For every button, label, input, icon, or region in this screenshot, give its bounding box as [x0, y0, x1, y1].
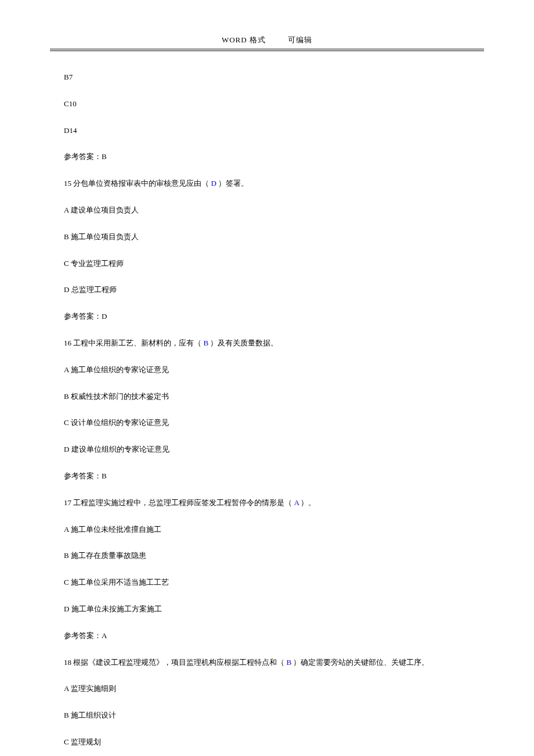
q15-text-before: 15 分包单位资格报审表中的审核意见应由（ — [64, 179, 211, 188]
q16-option-d: D 建设单位组织的专家论证意见 — [64, 444, 470, 456]
q18-option-c: C 监理规划 — [64, 736, 470, 748]
question-17: 17 工程监理实施过程中，总监理工程师应签发工程暂停令的情形是（ A ）。 — [64, 497, 470, 509]
option-b7: B7 — [64, 71, 470, 84]
answer-14: 参考答案：B — [64, 151, 470, 163]
q18-option-b: B 施工组织设计 — [64, 710, 470, 722]
answer-16: 参考答案：B — [64, 470, 470, 483]
q16-option-b: B 权威性技术部门的技术鉴定书 — [64, 391, 470, 403]
question-15: 15 分包单位资格报审表中的审核意见应由（ D ）签署。 — [64, 178, 470, 190]
q16-text-before: 16 工程中采用新工艺、新材料的，应有（ — [64, 339, 204, 347]
document-body: B7 C10 D14 参考答案：B 15 分包单位资格报审表中的审核意见应由（ … — [0, 51, 534, 756]
q16-option-a: A 施工单位组织的专家论证意见 — [64, 364, 470, 376]
q16-answer-letter: B — [204, 339, 209, 347]
question-16: 16 工程中采用新工艺、新材料的，应有（ B ）及有关质量数据。 — [64, 337, 470, 350]
option-d14: D14 — [64, 125, 470, 137]
q15-option-a: A 建设单位项目负责人 — [64, 204, 470, 217]
q18-text-after: ）确定需要旁站的关键部位、关键工序。 — [291, 658, 429, 667]
q15-answer-letter: D — [211, 179, 217, 188]
question-18: 18 根据《建设工程监理规范》，项目监理机构应根据工程特点和（ B ）确定需要旁… — [64, 657, 470, 669]
q18-answer-letter: B — [287, 658, 292, 667]
q15-option-d: D 总监理工程师 — [64, 284, 470, 296]
header-left: WORD 格式 — [222, 35, 266, 44]
q16-option-c: C 设计单位组织的专家论证意见 — [64, 417, 470, 429]
q17-text-before: 17 工程监理实施过程中，总监理工程师应签发工程暂停令的情形是（ — [64, 498, 294, 507]
q17-option-d: D 施工单位未按施工方案施工 — [64, 603, 470, 615]
q18-text-before: 18 根据《建设工程监理规范》，项目监理机构应根据工程特点和（ — [64, 658, 287, 667]
answer-17: 参考答案：A — [64, 630, 470, 642]
q17-option-c: C 施工单位采用不适当施工工艺 — [64, 577, 470, 589]
q18-option-a: A 监理实施细则 — [64, 683, 470, 695]
q17-answer-letter: A — [294, 498, 300, 507]
q17-text-after: ）。 — [299, 498, 316, 507]
option-c10: C10 — [64, 98, 470, 110]
q17-option-b: B 施工存在质量事故隐患 — [64, 550, 470, 562]
q15-option-c: C 专业监理工程师 — [64, 258, 470, 270]
q17-option-a: A 施工单位未经批准擅自施工 — [64, 524, 470, 536]
q15-option-b: B 施工单位项目负责人 — [64, 231, 470, 243]
q15-text-after: ）签署。 — [217, 179, 248, 188]
q16-text-after: ）及有关质量数据。 — [208, 339, 278, 347]
page-header: WORD 格式 可编辑 — [0, 0, 534, 49]
answer-15: 参考答案：D — [64, 311, 470, 323]
header-right: 可编辑 — [288, 35, 312, 44]
